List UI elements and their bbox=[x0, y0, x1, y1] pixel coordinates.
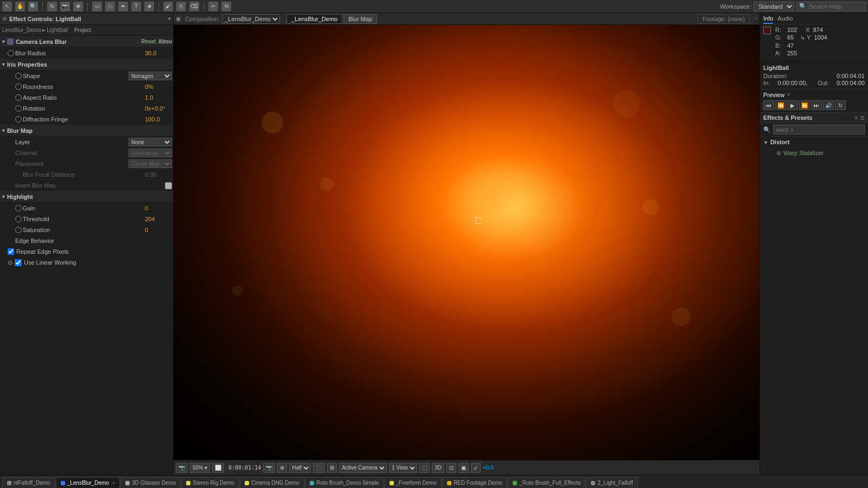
blur-radius-stopwatch[interactable] bbox=[8, 50, 14, 56]
comp-zoom[interactable]: 50% ▾ bbox=[190, 463, 210, 473]
gain-value[interactable]: 0 bbox=[145, 205, 172, 211]
tool-pan[interactable]: ✥ bbox=[73, 2, 83, 11]
aspect-ratio-stopwatch[interactable] bbox=[15, 94, 22, 101]
workspace-select[interactable]: Standard bbox=[754, 2, 794, 11]
comp-guide2-btn[interactable]: ⊡ bbox=[446, 463, 456, 473]
tool-rotate[interactable]: ↻ bbox=[47, 2, 57, 11]
distort-twirly[interactable]: ▼ bbox=[763, 140, 768, 145]
tool-puppet[interactable]: ⟲ bbox=[221, 2, 231, 11]
lensbludemo-tab[interactable]: _LensBlur_Demo bbox=[286, 14, 342, 24]
tab-ntfalloff[interactable]: ntFalloff_Demo bbox=[2, 477, 55, 488]
tab-stereorigdemo[interactable]: Stereo Rig Demo bbox=[181, 477, 239, 488]
diffraction-stopwatch[interactable] bbox=[15, 116, 22, 123]
prev-audio-btn[interactable]: 🔊 bbox=[823, 100, 834, 110]
highlight-twirly[interactable]: ▼ bbox=[1, 194, 6, 200]
channel-dropdown[interactable]: Luminance bbox=[129, 149, 172, 157]
comp-guide-btn[interactable]: ⊕ bbox=[277, 463, 287, 473]
comp-arrow-btn[interactable]: ↙ bbox=[471, 463, 481, 473]
tab-rotobrushdemo[interactable]: Roto Brush_Demo Simple bbox=[305, 477, 384, 488]
iris-twirly[interactable]: ▼ bbox=[1, 62, 6, 67]
prev-prev-btn[interactable]: ⏪ bbox=[775, 100, 786, 110]
comp-safe-btn[interactable]: ▣ bbox=[458, 463, 469, 473]
tool-roto[interactable]: ✂ bbox=[208, 2, 218, 11]
composition-select[interactable]: _LensBlur_Demo bbox=[222, 14, 280, 24]
tool-hand[interactable]: ✋ bbox=[15, 2, 25, 11]
reset-button[interactable]: Reset bbox=[141, 38, 156, 44]
rotation-value[interactable]: 0x+0.0° bbox=[145, 105, 172, 112]
roundness-stopwatch[interactable] bbox=[15, 84, 22, 90]
tab-redfootage[interactable]: RED Footage Demo bbox=[442, 477, 507, 488]
search-help-box[interactable]: 🔍 bbox=[796, 2, 866, 11]
prev-play-btn[interactable]: ▶ bbox=[787, 100, 798, 110]
blur-map-tab[interactable]: Blur Map bbox=[343, 14, 377, 24]
clb-twirly[interactable]: ▼ bbox=[1, 39, 6, 44]
comp-fit-btn[interactable]: ⬜ bbox=[212, 463, 224, 473]
comp-render-btn[interactable]: ⬚ bbox=[419, 463, 430, 473]
gain-stopwatch[interactable] bbox=[15, 205, 22, 211]
comp-cam-icon[interactable]: 📷 bbox=[263, 463, 275, 473]
shape-dropdown[interactable]: Nonagon bbox=[129, 72, 172, 80]
tool-shape[interactable]: ★ bbox=[144, 2, 154, 11]
ep-search-input[interactable] bbox=[773, 125, 865, 134]
info-tab[interactable]: Info bbox=[763, 15, 773, 24]
tab-lensbludemo[interactable]: _LensBlur_Demo × bbox=[56, 477, 120, 488]
tab-2lightfalloff[interactable]: 2_Light_Falloff bbox=[586, 477, 637, 488]
shape-stopwatch[interactable] bbox=[15, 73, 22, 79]
use-linear-working-checkbox[interactable] bbox=[15, 259, 22, 266]
prev-close[interactable]: × bbox=[787, 92, 790, 98]
prev-last-btn[interactable]: ⏭ bbox=[811, 100, 822, 110]
ep-close[interactable]: × bbox=[854, 115, 858, 121]
repeat-edge-pixels-checkbox[interactable] bbox=[8, 248, 14, 255]
tool-mask-rect[interactable]: ▭ bbox=[92, 2, 102, 11]
invert-blur-map-checkbox[interactable] bbox=[165, 182, 172, 189]
tab-cinemadng[interactable]: Cinema DNG Demo bbox=[240, 477, 304, 488]
roundness-value[interactable]: 0% bbox=[145, 84, 172, 90]
active-camera-select[interactable]: Active Camera bbox=[339, 463, 387, 473]
footage-tab[interactable]: Footage: (none) bbox=[698, 14, 750, 24]
blur-focal-distance-value[interactable]: 0.00 bbox=[145, 171, 172, 178]
threshold-value[interactable]: 204 bbox=[145, 216, 172, 222]
warp-stabilizer-item[interactable]: ⚙ Warp Stabilizer bbox=[763, 149, 865, 157]
tool-zoom[interactable]: 🔍 bbox=[28, 2, 38, 11]
comp-alpha-btn[interactable]: ⬛ bbox=[313, 463, 325, 473]
tool-paint[interactable]: 🖌 bbox=[163, 2, 173, 11]
tool-select[interactable]: ↖ bbox=[2, 2, 12, 11]
blur-radius-value[interactable]: 30.0 bbox=[145, 50, 172, 56]
audio-tab[interactable]: Audio bbox=[777, 15, 793, 24]
layer-dropdown[interactable]: None bbox=[129, 138, 172, 146]
threshold-stopwatch[interactable] bbox=[15, 216, 22, 222]
prev-first-btn[interactable]: ⏮ bbox=[763, 100, 774, 110]
comp-snapshot-btn[interactable]: 📷 bbox=[176, 463, 188, 473]
saturation-value[interactable]: 0 bbox=[145, 227, 172, 233]
quality-select[interactable]: Half bbox=[289, 463, 311, 473]
tool-pen[interactable]: ✒ bbox=[118, 2, 128, 11]
ep-menu[interactable]: ☰ bbox=[860, 115, 865, 121]
comp-minimize[interactable]: − bbox=[754, 16, 757, 22]
prev-loop-btn[interactable]: ↻ bbox=[835, 100, 846, 110]
aspect-ratio-value[interactable]: 1.0 bbox=[145, 94, 172, 101]
ec-project-tab[interactable]: Project bbox=[71, 26, 94, 34]
distort-label[interactable]: Distort bbox=[770, 139, 789, 145]
blur-map-twirly[interactable]: ▼ bbox=[1, 128, 6, 133]
tool-text[interactable]: T bbox=[131, 2, 141, 11]
about-button[interactable]: Abou bbox=[158, 38, 172, 44]
comp-3d-btn[interactable]: 3D bbox=[432, 463, 444, 473]
placement-dropdown[interactable]: Center Map bbox=[129, 159, 172, 168]
preview-tab[interactable]: Preview bbox=[763, 92, 784, 98]
tool-mask-ellipse[interactable]: ⬭ bbox=[105, 2, 115, 11]
comp-grid-btn[interactable]: ⊞ bbox=[327, 463, 337, 473]
prev-next-btn[interactable]: ⏩ bbox=[799, 100, 810, 110]
tool-camera[interactable]: 📷 bbox=[60, 2, 70, 11]
saturation-stopwatch[interactable] bbox=[15, 227, 22, 233]
search-help-input[interactable] bbox=[809, 3, 863, 10]
tab-close-lensbludemo[interactable]: × bbox=[112, 480, 115, 486]
tool-clone[interactable]: ⎘ bbox=[176, 2, 186, 11]
tool-eraser[interactable]: ⌫ bbox=[189, 2, 199, 11]
views-select[interactable]: 1 View bbox=[389, 463, 417, 473]
tab-rotobrussfull[interactable]: _Roto Brush_Full_Effects bbox=[508, 477, 585, 488]
ec-menu-icon[interactable]: ▾ bbox=[168, 16, 171, 22]
rotation-stopwatch[interactable] bbox=[15, 105, 22, 112]
tab-3dglasses[interactable]: 3D Glasses Demo bbox=[120, 477, 181, 488]
tab-freeform[interactable]: _Freeform Demo bbox=[385, 477, 442, 488]
diffraction-fringe-value[interactable]: 100.0 bbox=[145, 116, 172, 123]
